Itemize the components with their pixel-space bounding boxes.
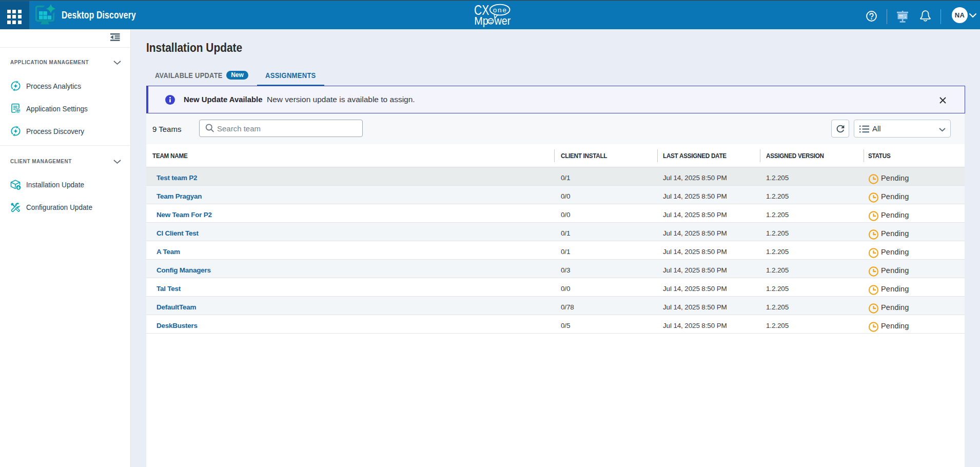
svg-text:Mp: Mp	[474, 14, 488, 27]
svg-text:wer: wer	[494, 14, 511, 27]
svg-text:one: one	[493, 6, 507, 14]
